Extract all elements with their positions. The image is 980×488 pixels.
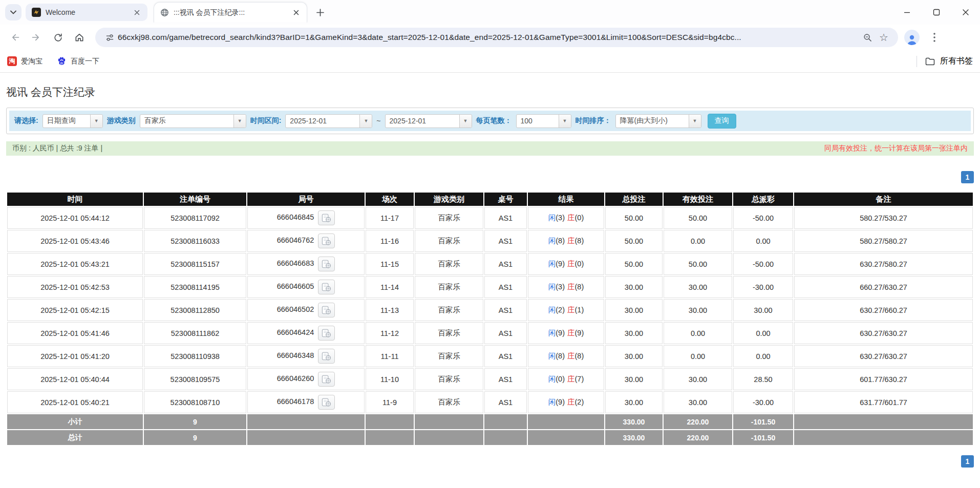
cell-total-bet[interactable]: 50.00	[605, 207, 663, 229]
banker-result: 庄	[567, 306, 575, 314]
video-replay-icon	[322, 375, 331, 384]
filter-bar: 请选择: 日期查询 ▼ 游戏类别 百家乐 ▼ 时间区间: 2025-12-01 …	[9, 111, 971, 131]
game-category-select[interactable]: 百家乐 ▼	[140, 114, 246, 128]
search-button[interactable]: 查询	[708, 114, 736, 129]
table-row: 2025-12-01 05:43:21523008115157666046683…	[7, 253, 973, 275]
total-count: 9	[144, 430, 246, 445]
cell-table: AS1	[484, 230, 527, 252]
player-result: 闲	[548, 237, 556, 245]
video-replay-icon	[322, 306, 331, 315]
sort-select[interactable]: 降冪(由大到小) ▼	[615, 114, 701, 128]
per-page-select[interactable]: 100 ▼	[516, 114, 571, 128]
empty-cell	[415, 414, 483, 429]
player-result: 闲	[548, 329, 556, 337]
table-row: 2025-12-01 05:40:44523008109575666046260…	[7, 368, 973, 390]
cell-round: 666046502	[247, 299, 365, 321]
query-type-select[interactable]: 日期查询 ▼	[42, 114, 103, 128]
video-replay-button[interactable]	[318, 326, 335, 341]
cell-result: 闲(9)庄(0)	[528, 253, 604, 275]
baidu-paw-icon	[57, 56, 67, 66]
player-result: 闲	[548, 375, 556, 383]
pagination-top: 1	[6, 171, 974, 183]
cell-time: 2025-12-01 05:44:12	[7, 207, 143, 229]
profile-avatar[interactable]	[904, 30, 920, 45]
video-replay-button[interactable]	[318, 395, 335, 410]
video-replay-button[interactable]	[318, 234, 335, 248]
date-end-select[interactable]: 2025-12-01 ▼	[385, 114, 472, 128]
video-replay-icon	[322, 260, 331, 269]
cell-result: 闲(2)庄(1)	[528, 299, 604, 321]
dropdown-arrow-icon: ▼	[689, 115, 701, 128]
url-text[interactable]: 66cxkj98.com/game/betrecord_search/kind3…	[118, 33, 859, 42]
home-button[interactable]	[70, 28, 89, 47]
cell-game-type: 百家乐	[415, 391, 483, 413]
video-replay-button[interactable]	[318, 280, 335, 294]
cell-total-bet[interactable]: 50.00	[605, 253, 663, 275]
new-tab-button[interactable]	[312, 5, 328, 20]
cell-session: 11-14	[366, 276, 414, 298]
cell-total-bet[interactable]: 30.00	[605, 368, 663, 390]
maximize-button[interactable]	[922, 0, 951, 25]
bookmark-taobao[interactable]: 淘 爱淘宝	[7, 56, 42, 66]
forward-button[interactable]	[27, 28, 46, 47]
cell-note: 601.77/630.27	[794, 368, 973, 390]
address-bar[interactable]: 66cxkj98.com/game/betrecord_search/kind3…	[95, 28, 898, 47]
banker-score: (1)	[575, 306, 584, 314]
cell-valid-bet: 0.00	[664, 345, 732, 367]
cell-valid-bet: 30.00	[664, 299, 732, 321]
cell-table: AS1	[484, 207, 527, 229]
site-info-button[interactable]	[101, 29, 118, 46]
bookmark-baidu[interactable]: 百度一下	[57, 56, 99, 66]
cell-valid-bet: 0.00	[664, 230, 732, 252]
cell-total-bet[interactable]: 30.00	[605, 299, 663, 321]
banker-result: 庄	[567, 214, 575, 222]
video-replay-button[interactable]	[318, 210, 335, 225]
bookmark-star-icon[interactable]: ☆	[876, 29, 892, 46]
tab-welcome[interactable]: Welcome	[26, 4, 147, 21]
cell-payout: 28.50	[733, 368, 793, 390]
back-button[interactable]	[5, 28, 25, 47]
cell-total-bet[interactable]: 30.00	[605, 391, 663, 413]
header-payout: 总派彩	[733, 193, 793, 206]
cell-total-bet[interactable]: 30.00	[605, 345, 663, 367]
video-replay-icon	[322, 329, 331, 338]
empty-cell	[528, 430, 604, 445]
page-1-button[interactable]: 1	[961, 171, 974, 183]
banker-score: (8)	[575, 237, 584, 245]
player-score: (8)	[556, 352, 565, 360]
cell-result: 闲(8)庄(8)	[528, 230, 604, 252]
page-1-button[interactable]: 1	[961, 455, 974, 468]
cell-bet-id: 523008117092	[144, 207, 246, 229]
divider	[917, 56, 917, 67]
date-start-value: 2025-12-01	[286, 115, 359, 128]
reload-button[interactable]	[48, 28, 68, 47]
video-replay-button[interactable]	[318, 372, 335, 387]
cell-session: 11-11	[366, 345, 414, 367]
total-row: 总计 9 330.00 220.00 -101.50	[7, 430, 973, 445]
cell-note: 580.27/530.27	[794, 207, 973, 229]
cell-total-bet[interactable]: 30.00	[605, 322, 663, 344]
cell-total-bet[interactable]: 50.00	[605, 230, 663, 252]
all-bookmarks[interactable]: 所有书签	[917, 56, 973, 67]
cell-time: 2025-12-01 05:40:44	[7, 368, 143, 390]
zoom-button[interactable]	[859, 29, 876, 46]
browser-menu-button[interactable]	[925, 28, 944, 47]
tab-search-button[interactable]	[5, 4, 22, 20]
close-window-button[interactable]	[951, 0, 980, 25]
cell-table: AS1	[484, 253, 527, 275]
tab-close-icon[interactable]	[291, 8, 301, 17]
minimize-button[interactable]	[892, 0, 922, 25]
header-round: 局号	[247, 193, 365, 206]
tab-close-icon[interactable]	[132, 8, 141, 17]
date-start-select[interactable]: 2025-12-01 ▼	[285, 114, 372, 128]
video-replay-button[interactable]	[318, 257, 335, 271]
player-result: 闲	[548, 283, 556, 291]
video-replay-button[interactable]	[318, 349, 335, 364]
reload-icon	[53, 33, 63, 43]
magnifier-icon	[863, 33, 872, 42]
cell-game-type: 百家乐	[415, 299, 483, 321]
video-replay-button[interactable]	[318, 303, 335, 317]
tab-betrecord[interactable]: :::视讯 会员下注纪录:::	[154, 2, 307, 23]
filter-panel: 请选择: 日期查询 ▼ 游戏类别 百家乐 ▼ 时间区间: 2025-12-01 …	[6, 108, 974, 134]
cell-total-bet[interactable]: 30.00	[605, 276, 663, 298]
